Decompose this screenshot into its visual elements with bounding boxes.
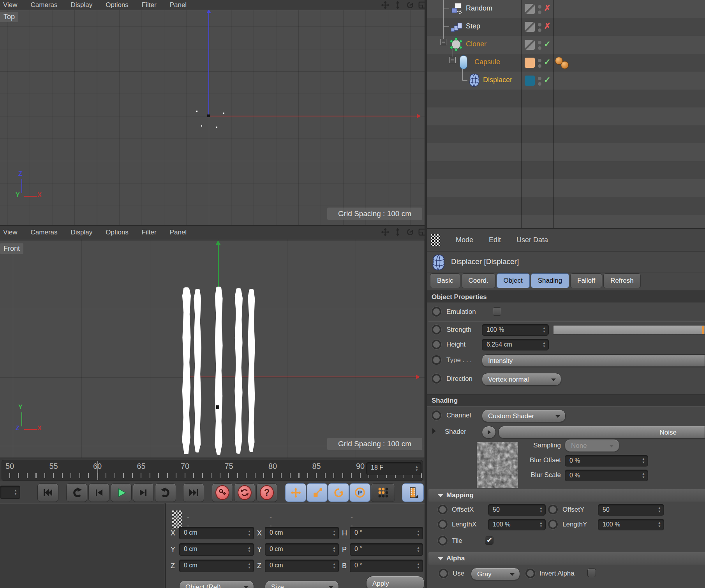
anim-dot-use[interactable] — [439, 569, 448, 578]
capsule-clone[interactable] — [194, 289, 201, 452]
drag-handle-icon[interactable] — [431, 234, 440, 246]
menu-edit[interactable]: Edit — [489, 236, 501, 244]
invert-alpha-checkbox[interactable] — [587, 569, 596, 577]
panel-drag-handle[interactable] — [172, 511, 182, 528]
frame-number[interactable]: 70 — [179, 462, 191, 471]
menu-mode[interactable]: Mode — [456, 236, 473, 244]
stepper[interactable] — [640, 456, 647, 465]
size-z-field[interactable]: 0 cm — [265, 560, 339, 572]
stepper[interactable] — [331, 528, 337, 538]
frame-number[interactable]: 85 — [311, 462, 323, 471]
rotation-h-field[interactable]: 0 ° — [350, 527, 423, 539]
visibility-dots[interactable] — [538, 23, 542, 34]
lengthy-field[interactable]: 100 % — [598, 519, 664, 530]
blur-scale-field[interactable]: 0 % — [565, 470, 648, 481]
use-dropdown[interactable]: Gray — [471, 568, 520, 580]
enabled-mark[interactable]: ✓ — [542, 39, 552, 49]
timeline-ruler[interactable]: 505560657075808590 — [2, 460, 423, 481]
tile-checkbox[interactable] — [485, 536, 494, 545]
viewport-menu-item[interactable]: Cameras — [31, 229, 58, 236]
viewport-menu-item[interactable]: Filter — [142, 1, 157, 9]
section-header-mapping[interactable]: Mapping — [428, 489, 705, 502]
attribute-tab[interactable]: Basic — [430, 273, 460, 288]
stepper[interactable] — [331, 545, 337, 554]
previous-frame-button[interactable] — [88, 483, 109, 502]
lengthx-field[interactable]: 100 % — [488, 519, 546, 530]
position-z-field[interactable]: 0 cm — [179, 560, 254, 572]
enabled-mark[interactable]: ✓ — [542, 75, 552, 85]
object-row-capsule[interactable]: Capsule ✓ — [427, 54, 705, 72]
frame-number[interactable]: 90 — [354, 462, 366, 471]
channel-dropdown[interactable]: Custom Shader — [482, 410, 566, 422]
rotation-b-field[interactable]: 0 ° — [350, 560, 423, 572]
anim-dot-strength[interactable] — [432, 325, 441, 334]
frame-number[interactable]: 65 — [136, 462, 147, 471]
position-y-field[interactable]: 0 cm — [179, 543, 254, 556]
shader-options-button[interactable] — [482, 426, 496, 438]
viewport-menu-item[interactable]: Display — [71, 1, 93, 9]
zoom-view-icon[interactable] — [393, 1, 402, 9]
attribute-tab[interactable]: Coord. — [462, 273, 495, 288]
enabled-mark[interactable]: ✗ — [542, 4, 552, 13]
size-mode-dropdown[interactable]: Size — [265, 581, 339, 588]
visibility-dots[interactable] — [538, 5, 542, 16]
autokey-button[interactable] — [234, 483, 255, 502]
layer-swatch[interactable] — [525, 58, 535, 68]
layer-swatch[interactable] — [525, 22, 535, 32]
frame-number[interactable]: 80 — [267, 462, 278, 471]
shader-expand-triangle[interactable] — [432, 428, 436, 434]
goto-end-button[interactable] — [183, 483, 204, 502]
viewport-front[interactable]: Y Z X Front Grid Spacing : 100 cm — [0, 239, 427, 458]
menu-user-data[interactable]: User Data — [516, 236, 548, 244]
anim-dot-type[interactable] — [432, 355, 441, 365]
stepper[interactable] — [246, 528, 252, 538]
enabled-mark[interactable]: ✗ — [542, 21, 552, 31]
command-palette-button[interactable] — [371, 483, 395, 502]
viewport-menu-item[interactable]: View — [3, 1, 18, 9]
current-frame-field[interactable]: 18 F — [366, 462, 421, 475]
anim-dot-height[interactable] — [432, 340, 441, 349]
anim-dot-offsetx[interactable] — [438, 505, 448, 514]
size-y-field[interactable]: 0 cm — [265, 543, 339, 556]
frame-number[interactable]: 75 — [223, 462, 235, 471]
blur-offset-field[interactable]: 0 % — [565, 455, 648, 467]
stepper[interactable] — [656, 505, 663, 514]
section-header-alpha[interactable]: Alpha — [428, 552, 705, 565]
goto-start-button[interactable] — [37, 483, 58, 502]
type-dropdown[interactable]: Intensity — [482, 354, 705, 367]
viewport-menu-item[interactable]: Panel — [170, 229, 187, 236]
visibility-dots[interactable] — [538, 41, 542, 52]
anim-dot-tile[interactable] — [438, 536, 448, 546]
object-row-cloner[interactable]: Cloner ✓ — [427, 36, 705, 54]
object-row-step[interactable]: Step ✗ — [427, 18, 705, 36]
viewport-menu-item[interactable]: Filter — [142, 229, 157, 236]
shader-button[interactable]: Noise — [499, 426, 705, 438]
coordinate-system-button[interactable]: P — [349, 483, 370, 502]
viewport-menu-item[interactable]: Cameras — [31, 1, 58, 9]
stepper[interactable] — [415, 561, 421, 570]
anim-dot-invert-alpha[interactable] — [525, 569, 535, 578]
rotate-tool-button[interactable] — [328, 483, 349, 502]
stepper[interactable] — [538, 520, 544, 529]
anim-dot-lengthx[interactable] — [438, 519, 448, 529]
zoom-view-icon[interactable] — [393, 228, 402, 236]
rotate-view-icon[interactable] — [406, 228, 414, 236]
attribute-tab[interactable]: Refresh — [603, 273, 641, 288]
stepper[interactable] — [538, 505, 544, 514]
stepper[interactable] — [414, 463, 420, 474]
stepper[interactable] — [541, 326, 547, 334]
emulation-checkbox[interactable] — [493, 307, 501, 316]
strength-slider[interactable] — [553, 325, 705, 334]
viewport-menu-item[interactable]: Display — [71, 229, 93, 236]
position-x-field[interactable]: 0 cm — [179, 527, 254, 539]
previous-key-button[interactable] — [66, 483, 87, 502]
rotate-view-icon[interactable] — [406, 1, 414, 9]
coordinate-mode-dropdown[interactable]: Object (Rel) — [179, 581, 254, 588]
set-keyframe-button[interactable] — [212, 483, 233, 502]
size-x-field[interactable]: 0 cm — [265, 527, 339, 539]
layer-swatch[interactable] — [525, 40, 535, 50]
stepper[interactable] — [541, 340, 547, 349]
collapse-expander[interactable] — [449, 57, 456, 63]
viewport-top[interactable]: Z Y X Top Grid Spacing : 100 cm — [0, 10, 427, 225]
frame-number[interactable]: 50 — [4, 462, 16, 471]
